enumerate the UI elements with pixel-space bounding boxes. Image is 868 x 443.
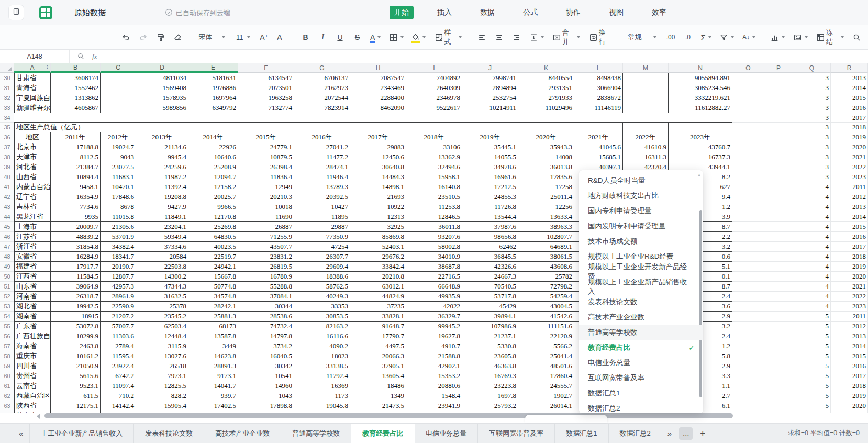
cell-D33[interactable]: 5989856 — [136, 103, 188, 113]
cell-I52[interactable]: 49935.9 — [406, 292, 462, 302]
row-header-46[interactable]: 46 — [0, 232, 14, 242]
column-header-N[interactable]: N — [669, 63, 732, 73]
cell-B43[interactable]: 7734.6 — [51, 202, 101, 212]
cell-B58[interactable]: 10161.2 — [51, 351, 101, 361]
fill-color-button[interactable] — [410, 30, 427, 45]
cell-J42[interactable]: 24855.3 — [462, 192, 518, 202]
cell-J51[interactable]: 70540.5 — [462, 282, 518, 292]
cell-F45[interactable]: 26887 — [238, 222, 294, 232]
cell-O61[interactable] — [732, 381, 764, 391]
cell-O40[interactable] — [732, 172, 764, 182]
column-header-A[interactable]: A⁝ — [14, 63, 51, 73]
sheet-tab-数据汇总2[interactable]: 数据汇总2 — [609, 424, 662, 443]
cell-O30[interactable] — [732, 73, 764, 83]
cell-B64[interactable]: 4816.9 — [51, 411, 101, 413]
cell-J33[interactable]: 10214911 — [462, 103, 518, 113]
cell-M31[interactable] — [623, 83, 669, 93]
cell-I49[interactable]: 38687.8 — [406, 262, 462, 272]
cell-R54[interactable]: 2011 — [831, 312, 868, 322]
decrease-decimal-button[interactable]: .0 — [682, 30, 694, 45]
cell-K41[interactable]: 17258 — [518, 182, 574, 192]
column-header-P[interactable]: P — [764, 63, 793, 73]
cell-J31[interactable]: 2894894 — [462, 83, 518, 93]
decrease-font-button[interactable]: A⁻ — [275, 30, 288, 45]
row-header-58[interactable]: 58 — [0, 351, 14, 361]
cell-C48[interactable]: 18341.7 — [101, 252, 136, 262]
cell-A41[interactable]: 内蒙古自治区 — [14, 182, 51, 192]
cell-G51[interactable]: 58762.5 — [294, 282, 350, 292]
cell-F60[interactable]: 10541 — [238, 371, 294, 381]
cell-K39[interactable]: 36013.8 — [518, 162, 574, 172]
cell-D54[interactable]: 23545.2 — [136, 312, 188, 322]
cell-M35[interactable] — [623, 123, 669, 132]
horizontal-scrollbar[interactable] — [0, 413, 868, 419]
cell-B52[interactable]: 26318.7 — [51, 292, 101, 302]
cell-O50[interactable] — [732, 272, 764, 282]
cell-A37[interactable]: 北京市 — [14, 142, 51, 152]
cell-E37[interactable]: 22926 — [188, 142, 238, 152]
cell-Q32[interactable]: 3 — [793, 93, 831, 103]
cell-R42[interactable]: 2012 — [831, 192, 868, 202]
cell-E40[interactable]: 12094.7 — [188, 172, 238, 182]
cell-F32[interactable]: 1963258 — [238, 93, 294, 103]
cell-O47[interactable] — [732, 242, 764, 252]
cell-K52[interactable]: 54259.4 — [518, 292, 574, 302]
cell-R51[interactable]: 2021 — [831, 282, 868, 292]
row-header-57[interactable]: 57 — [0, 341, 14, 351]
row-header-64[interactable]: 64 — [0, 411, 14, 413]
cell-P30[interactable] — [764, 73, 793, 83]
cell-P61[interactable] — [764, 381, 793, 391]
cell-H53[interactable]: 37235 — [350, 302, 406, 312]
cell-style-button[interactable]: 样式 — [432, 30, 464, 45]
cell-C61[interactable]: 11097.4 — [101, 381, 136, 391]
cell-B31[interactable]: 1552462 — [51, 83, 101, 93]
cell-J44[interactable]: 13544.4 — [462, 212, 518, 222]
cell-F53[interactable]: 30344 — [238, 302, 294, 312]
cell-C31[interactable] — [101, 83, 136, 93]
cell-Q44[interactable]: 4 — [793, 212, 831, 222]
cell-Q57[interactable]: 5 — [793, 341, 831, 351]
row-header-32[interactable]: 32 — [0, 93, 14, 103]
cell-F41[interactable]: 12949 — [238, 182, 294, 192]
cell-A58[interactable]: 重庆市 — [14, 351, 51, 361]
cell-P56[interactable] — [764, 331, 793, 341]
cell-H45[interactable]: 32925 — [350, 222, 406, 232]
cell-I60[interactable]: 15353.2 — [406, 371, 462, 381]
cell-I35[interactable] — [406, 123, 462, 132]
cell-E45[interactable]: 25269.8 — [188, 222, 238, 232]
cell-C57[interactable]: 2789.4 — [101, 341, 136, 351]
cell-G32[interactable]: 2072544 — [294, 93, 350, 103]
cell-D38[interactable]: 9945.4 — [136, 152, 188, 162]
cell-J53[interactable]: 45429 — [462, 302, 518, 312]
cell-Q46[interactable]: 4 — [793, 232, 831, 242]
cell-Q54[interactable]: 5 — [793, 312, 831, 322]
cell-G37[interactable]: 27041.2 — [294, 142, 350, 152]
cell-A47[interactable]: 浙江省 — [14, 242, 51, 252]
cell-B51[interactable]: 39064.9 — [51, 282, 101, 292]
cell-B41[interactable]: 9458.1 — [51, 182, 101, 192]
cell-Q30[interactable]: 3 — [793, 73, 831, 83]
cell-Q64[interactable]: 5 — [793, 411, 831, 413]
add-sheet-button[interactable]: + — [695, 424, 710, 443]
cell-M32[interactable] — [623, 93, 669, 103]
cell-C42[interactable]: 17848.6 — [101, 192, 136, 202]
cell-P64[interactable] — [764, 411, 793, 413]
font-color-button[interactable]: A — [368, 30, 382, 45]
cell-I42[interactable]: 23510.5 — [406, 192, 462, 202]
cell-C59[interactable]: 23922.4 — [101, 361, 136, 371]
cell-B60[interactable]: 5615.6 — [51, 371, 101, 381]
cell-G31[interactable]: 2162973 — [294, 83, 350, 93]
row-header-51[interactable]: 51 — [0, 282, 14, 292]
cell-K49[interactable]: 43608.6 — [518, 262, 574, 272]
cell-B40[interactable]: 10894.4 — [51, 172, 101, 182]
cell-B46[interactable]: 48839.2 — [51, 232, 101, 242]
cell-P43[interactable] — [764, 202, 793, 212]
cell-C44[interactable]: 11015.8 — [101, 212, 136, 222]
cell-A57[interactable]: 海南省 — [14, 341, 51, 351]
menu-tab-公式[interactable]: 公式 — [518, 6, 542, 19]
menu-tab-效率[interactable]: 效率 — [647, 6, 671, 19]
zoom-formula-icon[interactable] — [77, 52, 85, 60]
cell-H36[interactable]: 2017年 — [350, 132, 406, 142]
row-header-42[interactable]: 42 — [0, 192, 14, 202]
cell-C56[interactable]: 11303.6 — [101, 331, 136, 341]
